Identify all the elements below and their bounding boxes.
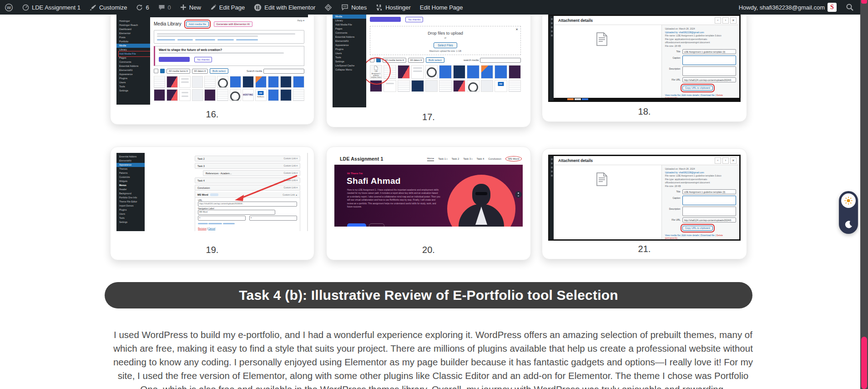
- media-thumbnail: [217, 76, 228, 88]
- site-name-label: LDE Assignment 1: [32, 4, 81, 11]
- screenshot-upload-media: MediaLibraryAdd Media FilePagesCommentsE…: [333, 13, 525, 107]
- media-thumbnail: [411, 65, 424, 79]
- mini-sidebar-item: Settings: [119, 220, 145, 224]
- media-thumbnail: [217, 89, 228, 101]
- attachment-meta-line: File type: application/vnd.openxmlformat…: [665, 38, 736, 45]
- mini-admin-sidebar-sliver: [550, 156, 554, 239]
- attachment-meta-line: File name: LDE Assignment 1 guideline te…: [665, 34, 736, 38]
- mini-admin-sidebar: Essential AddonsElementsKitAppearanceThe…: [116, 153, 145, 231]
- scrollbar-thumb[interactable]: [861, 337, 867, 389]
- list-view-toggle: [154, 69, 158, 73]
- screenshot-portfolio-site: LDE Assignment 1 Home Task 1 Task 2 Task…: [333, 153, 525, 227]
- page: W LDE Assignment 1 Customize 6 0 New: [0, 0, 868, 389]
- attachment-meta-line: Uploaded by: shafi362238@gmail.com: [665, 31, 736, 35]
- mini-sidebar-item: Hostinger: [119, 19, 150, 23]
- mini-sidebar-item: Library: [335, 19, 366, 23]
- media-thumbnail: [192, 76, 203, 88]
- nav-ms-word-circled: MS Word: [505, 156, 522, 162]
- updates-count: 6: [146, 4, 149, 11]
- grid-view-toggle: [376, 58, 381, 62]
- media-thumbnail: [179, 89, 191, 101]
- mini-sidebar-item: Posts: [119, 35, 150, 40]
- media-thumbnail-hosting: HOSTING: [242, 89, 254, 101]
- media-thumbnail: [204, 89, 216, 101]
- media-thumbnail: [425, 65, 438, 79]
- wordpress-menu[interactable]: W: [0, 0, 18, 15]
- customize-link[interactable]: Customize: [85, 0, 131, 15]
- dark-mode-toggle[interactable]: [839, 191, 858, 234]
- customize-brush-icon: [90, 4, 96, 11]
- media-thumbnail: [439, 65, 451, 79]
- hostinger-link[interactable]: Hostinger: [371, 0, 415, 15]
- media-grid: HOSTING RWRefWorks: [154, 76, 304, 101]
- edit-home-page-link[interactable]: Edit Home Page: [415, 0, 468, 15]
- media-date-filter: All dates ▾: [192, 69, 208, 74]
- media-thumbnail-wordpress: [230, 89, 241, 101]
- drop-files-title: Drop files to upload: [370, 31, 520, 35]
- media-date-filter: All dates ▾: [408, 58, 424, 63]
- site-name-link[interactable]: LDE Assignment 1: [18, 0, 85, 15]
- dark-mode-button[interactable]: [841, 217, 856, 232]
- page-scrollbar[interactable]: [860, 0, 868, 389]
- mini-sidebar-item: Essential Addons: [119, 64, 150, 68]
- light-mode-button[interactable]: [841, 193, 856, 208]
- media-thumbnail-refworks: RW: [495, 80, 507, 92]
- site-nav: Home Task 1 Task 2 Task 3 Task 4 Conclus…: [427, 153, 522, 165]
- media-filter-bar: All media items ▾ All dates ▾ Bulk selec…: [370, 57, 521, 63]
- description-textarea: [682, 207, 736, 216]
- addon-menu[interactable]: [320, 0, 337, 15]
- mini-admin-sidebar-sliver: [550, 16, 554, 101]
- svg-text:W: W: [7, 5, 11, 10]
- cancel-link: Cancel: [208, 227, 216, 230]
- comments-link[interactable]: 0: [154, 0, 176, 15]
- mini-sidebar-item: Users: [335, 51, 366, 56]
- file-url-input: http://shafi124.com/wp-content/uploads/2…: [682, 217, 736, 222]
- attachment-title: Attachment details: [558, 158, 593, 163]
- modal-title: Want to shape the future of web creation…: [159, 48, 301, 51]
- updates-link[interactable]: 6: [131, 0, 153, 15]
- search-button[interactable]: [844, 0, 856, 15]
- order-select: ▾: [249, 216, 297, 221]
- hostinger-label: Hostinger: [385, 4, 411, 11]
- updates-icon: [136, 4, 143, 11]
- media-thumbnail: [204, 76, 216, 88]
- figure-card-19: Essential AddonsElementsKitAppearanceThe…: [110, 147, 314, 260]
- mini-sidebar-item: Tools: [119, 85, 150, 89]
- prev-icon: ‹: [715, 17, 721, 24]
- mini-admin-sidebar: MediaLibraryAdd Media FilePagesCommentsE…: [333, 13, 366, 107]
- hero-buttons: [347, 223, 384, 227]
- notes-link[interactable]: Notes: [337, 0, 371, 15]
- plus-icon: [180, 4, 187, 10]
- media-thumbnail: [370, 80, 382, 92]
- mini-sidebar-item: Portfolio One Info: [119, 196, 145, 200]
- attachment-modal-body: Uploaded on: March 28, 2024Uploaded by: …: [554, 25, 739, 101]
- mini-sidebar-item: Theme File Editor: [119, 200, 145, 204]
- figure-number: 20.: [333, 242, 525, 258]
- edit-page-link[interactable]: Edit Page: [206, 0, 249, 15]
- admin-bar-right: Howdy, shafi362238@gmail.com S: [738, 0, 860, 15]
- media-thumbnail: [384, 65, 396, 79]
- nav-home: Home: [427, 157, 434, 161]
- media-thumbnail: [398, 65, 410, 79]
- edit-with-elementor-link[interactable]: Edit with Elementor: [249, 0, 320, 15]
- mini-sidebar-item: Essential Addons: [335, 35, 366, 39]
- mini-sidebar-item: Elementor: [119, 31, 150, 35]
- figure-card-21: Attachment details ‹ › ✕ Uploaded on: Ma…: [542, 148, 747, 259]
- mini-admin-sidebar: HostingerHostinger ReachDashboardElement…: [116, 17, 150, 105]
- media-thumbnail: [179, 76, 191, 88]
- screenshot-attachment-details-2: Attachment details ‹ › ✕ Uploaded on: Ma…: [548, 155, 741, 241]
- media-thumbnail: [384, 80, 396, 92]
- media-thumbnail: [192, 89, 203, 101]
- media-thumbnail: [268, 76, 279, 88]
- new-content-link[interactable]: New: [176, 0, 206, 15]
- media-thumbnail: [268, 89, 279, 101]
- mini-admin-main: No thanks ✕ Drop files to upload or Sele…: [366, 13, 525, 107]
- hero-name: Shafi Ahmad: [347, 176, 401, 186]
- prev-icon: ‹: [715, 157, 721, 164]
- media-thumbnail: [453, 65, 465, 79]
- grid-view-toggle: [160, 69, 165, 73]
- attachment-meta-line: Uploaded by: shafi362238@gmail.com: [665, 171, 736, 175]
- media-thumbnail-refworks: RWRefWorks: [255, 89, 267, 101]
- attachment-details-panel: Uploaded on: March 28, 2024Uploaded by: …: [661, 165, 739, 239]
- my-account-link[interactable]: Howdy, shafi362238@gmail.com S: [738, 0, 838, 15]
